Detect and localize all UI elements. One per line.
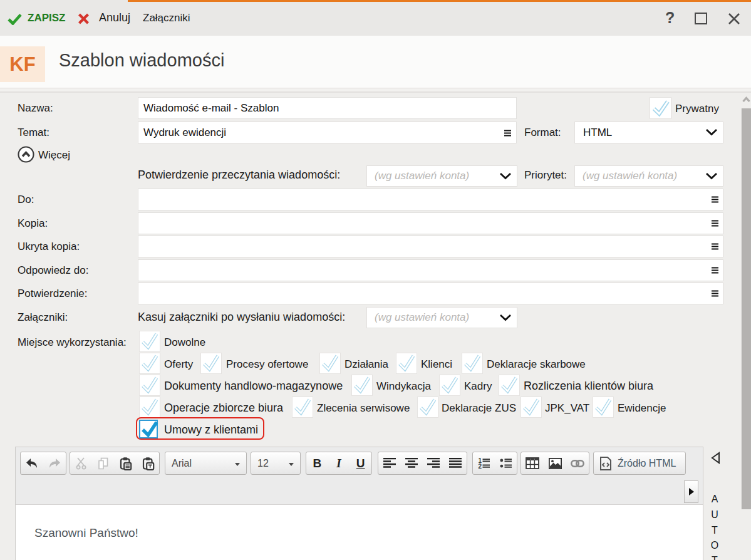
svg-text:2: 2 bbox=[478, 463, 482, 469]
